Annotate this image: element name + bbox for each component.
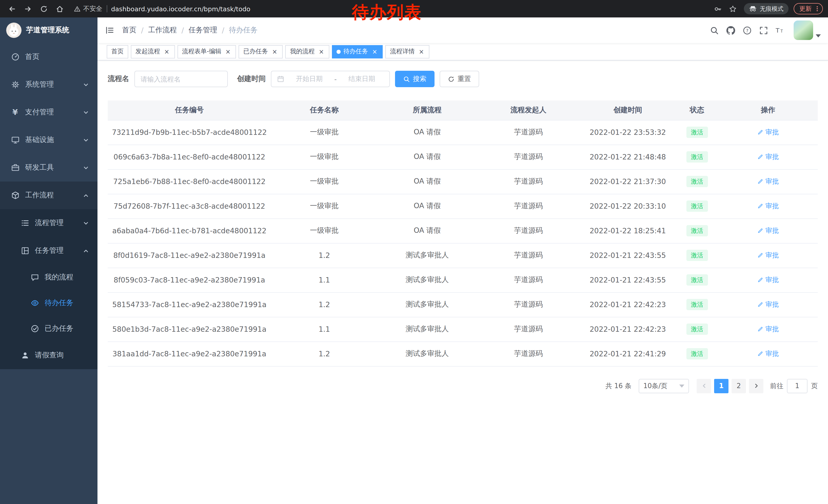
help-icon[interactable]: ?	[739, 22, 755, 38]
sidebar-item-system[interactable]: 系统管理	[0, 71, 97, 98]
tab-my-process[interactable]: 我的流程×	[286, 45, 330, 58]
cell-name: 1.1	[271, 268, 378, 292]
approve-link[interactable]: 审批	[757, 349, 779, 358]
chevron-left-icon	[701, 383, 707, 388]
update-button[interactable]: 更新	[794, 3, 823, 14]
approve-link[interactable]: 审批	[757, 128, 779, 137]
approve-link[interactable]: 审批	[757, 152, 779, 162]
back-icon[interactable]	[5, 2, 19, 16]
chevron-up-icon	[83, 248, 89, 254]
sidebar-item-devtools[interactable]: 研发工具	[0, 154, 97, 182]
app-logo-row[interactable]: 芋道管理系统	[0, 17, 97, 43]
sidebar-item-label: 流程管理	[35, 218, 83, 228]
approve-link[interactable]: 审批	[757, 201, 779, 211]
chevron-down-icon	[83, 220, 89, 226]
url-text: dashboard.yudao.iocoder.cn/bpm/task/todo	[111, 5, 250, 12]
security-chip[interactable]: 不安全	[74, 4, 102, 13]
cell-process: OA 请假	[378, 145, 477, 169]
sidebar-item-infrastructure[interactable]: 基础设施	[0, 126, 97, 154]
sidebar-item-todo-task[interactable]: 待办任务	[0, 290, 97, 316]
forward-icon[interactable]	[21, 2, 35, 16]
approve-link[interactable]: 审批	[757, 251, 779, 260]
sidebar-item-leave-query[interactable]: 请假查询	[0, 341, 97, 369]
close-icon[interactable]: ×	[224, 48, 232, 55]
goto-unit: 页	[811, 381, 818, 391]
tab-label: 已办任务	[243, 47, 268, 56]
cell-name: 1.2	[271, 243, 378, 268]
avatar[interactable]	[794, 20, 813, 40]
close-icon[interactable]: ×	[271, 48, 278, 55]
tab-todo-task[interactable]: 待办任务×	[332, 45, 383, 58]
page-button-1[interactable]: 1	[714, 379, 729, 393]
chat-icon	[30, 273, 39, 281]
tab-process-detail[interactable]: 流程详情×	[385, 45, 430, 58]
table-row: 58154733-7ac8-11ec-a9e2-a2380e71991a1.2测…	[108, 292, 818, 317]
approve-link[interactable]: 审批	[757, 300, 779, 309]
approve-link[interactable]: 审批	[757, 325, 779, 334]
home-icon[interactable]	[53, 2, 67, 16]
tab-done-task[interactable]: 已办任务×	[239, 45, 283, 58]
sidebar-item-my-process[interactable]: 我的流程	[0, 265, 97, 290]
fullscreen-icon[interactable]	[756, 22, 771, 38]
navbar: 首页/工作流程/任务管理/待办任务 ?TT	[97, 17, 828, 43]
check-circle-icon	[30, 325, 39, 333]
sidebar-item-payment[interactable]: ¥支付管理	[0, 98, 97, 126]
sidebar-item-done-task[interactable]: 已办任务	[0, 316, 97, 341]
chevron-down-icon	[83, 82, 89, 87]
text-size-icon[interactable]: TT	[772, 22, 787, 38]
approve-link[interactable]: 审批	[757, 275, 779, 284]
avatar-wrap[interactable]	[794, 20, 821, 40]
key-icon[interactable]	[711, 2, 725, 16]
goto-page-input[interactable]	[787, 379, 808, 393]
hamburger-button[interactable]	[97, 17, 122, 43]
tab-start-process[interactable]: 发起流程×	[131, 45, 175, 58]
close-icon[interactable]: ×	[163, 48, 170, 55]
process-name-input[interactable]	[140, 75, 222, 83]
star-icon[interactable]	[726, 2, 740, 16]
security-label: 不安全	[83, 4, 102, 13]
screen: 不安全 dashboard.yudao.iocoder.cn/bpm/task/…	[0, 0, 828, 504]
approve-link[interactable]: 审批	[757, 226, 779, 235]
sidebar-item-home[interactable]: 首页	[0, 43, 97, 71]
sidebar-item-label: 支付管理	[25, 108, 83, 117]
edit-icon	[757, 154, 763, 160]
process-name-field[interactable]	[134, 71, 228, 87]
address-bar[interactable]: 不安全 dashboard.yudao.iocoder.cn/bpm/task/…	[74, 4, 250, 13]
breadcrumb-item[interactable]: 首页	[122, 26, 136, 35]
sidebar-item-process-mgmt[interactable]: 流程管理	[0, 209, 97, 237]
cell-created: 2022-01-22 21:37:30	[580, 169, 676, 194]
close-icon[interactable]: ×	[418, 48, 425, 55]
approve-link[interactable]: 审批	[757, 177, 779, 186]
status-badge: 激活	[686, 176, 708, 187]
close-icon[interactable]: ×	[318, 48, 325, 55]
github-icon[interactable]	[723, 22, 738, 38]
cell-process: OA 请假	[378, 194, 477, 218]
status-badge: 激活	[686, 299, 708, 310]
reload-icon[interactable]	[37, 2, 51, 16]
page-size-select[interactable]: 10条/页	[639, 379, 689, 393]
caret-down-icon	[679, 384, 685, 387]
cell-status: 激活	[676, 145, 718, 169]
edit-icon	[757, 351, 763, 357]
kebab-menu-icon[interactable]	[814, 6, 820, 12]
date-range-input[interactable]: 开始日期 - 结束日期	[271, 71, 390, 87]
close-icon[interactable]: ×	[371, 48, 378, 55]
sidebar-item-workflow[interactable]: 工作流程	[0, 182, 97, 209]
tab-form-edit[interactable]: 流程表单-编辑×	[177, 45, 236, 58]
column-header: 操作	[718, 100, 818, 120]
next-page-button[interactable]	[749, 379, 763, 393]
cell-created: 2022-01-22 23:53:32	[580, 120, 676, 145]
edit-icon	[757, 326, 763, 332]
sidebar-item-task-mgmt[interactable]: 任务管理	[0, 237, 97, 265]
reset-button[interactable]: 重置	[440, 71, 479, 87]
tab-home[interactable]: 首页	[107, 45, 128, 58]
prev-page-button[interactable]	[697, 379, 711, 393]
breadcrumb-item[interactable]: 任务管理	[189, 26, 217, 35]
search-button[interactable]: 搜索	[395, 71, 434, 87]
cell-starter: 芋道源码	[477, 268, 580, 292]
breadcrumb-item[interactable]: 工作流程	[148, 26, 177, 35]
table-row: 8f059c03-7ac8-11ec-a9e2-a2380e71991a1.1测…	[108, 268, 818, 292]
page-button-2[interactable]: 2	[732, 379, 746, 393]
status-badge: 激活	[686, 127, 708, 138]
search-icon[interactable]	[706, 22, 722, 38]
